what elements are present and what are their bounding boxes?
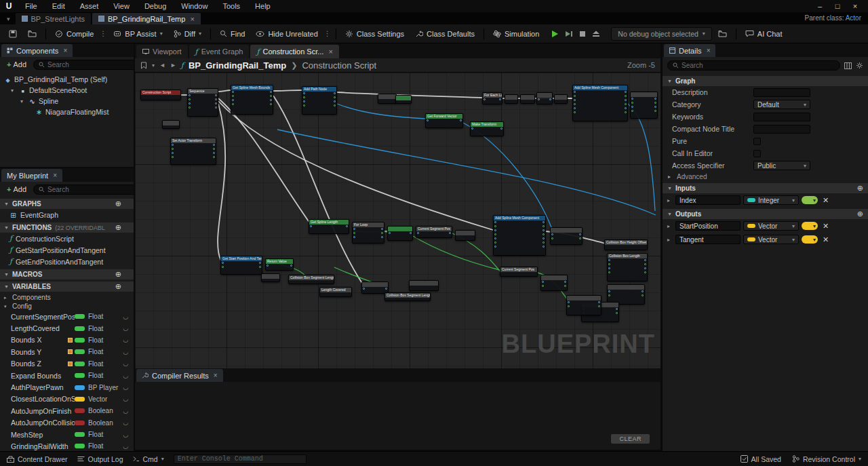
pass-by-toggle[interactable]: ▾ — [802, 222, 818, 230]
expander-icon[interactable]: ▾ — [11, 88, 16, 94]
node-pin[interactable] — [568, 301, 570, 303]
pass-by-toggle[interactable]: ▾ — [802, 196, 818, 204]
variable-row[interactable]: Bounds Y Float ◡ — [0, 346, 134, 357]
node-pin[interactable] — [259, 266, 261, 268]
revision-control-button[interactable]: Revision Control▾ — [792, 455, 861, 463]
node-pin[interactable] — [625, 107, 627, 109]
variable-visibility-icon[interactable]: ◡ — [120, 419, 128, 426]
variable-row[interactable]: Bounds X Float ◡ — [0, 334, 134, 346]
variables-section-header[interactable]: ▼ VARIABLES ⊕ — [0, 281, 134, 292]
graph-node[interactable]: Get Spline Mesh Bounds — [231, 85, 273, 115]
node-pin[interactable] — [494, 233, 496, 235]
bp-assist-button[interactable]: BP Assist▾ — [108, 27, 167, 41]
node-pin[interactable] — [353, 232, 355, 234]
menu-item[interactable]: Tools — [215, 0, 248, 12]
node-pin[interactable] — [542, 221, 545, 223]
menu-item[interactable]: Debug — [137, 0, 174, 12]
node-pin[interactable] — [494, 225, 496, 227]
node-pin[interactable] — [232, 103, 234, 105]
tab-list-chevron-icon[interactable]: ▾ — [0, 16, 16, 24]
graph-node[interactable]: Current Segment Pos — [416, 226, 452, 238]
node-pin[interactable] — [625, 99, 627, 101]
node-pin[interactable] — [616, 308, 618, 310]
node-pin[interactable] — [608, 267, 610, 269]
node-pin[interactable] — [542, 246, 545, 248]
node-pin[interactable] — [494, 221, 496, 223]
menu-item[interactable]: File — [18, 0, 45, 12]
node-pin[interactable] — [598, 301, 600, 303]
node-pin[interactable] — [334, 100, 336, 102]
graph-node[interactable]: Current Segment Pos — [500, 267, 538, 277]
component-tree-row[interactable]: ▾ NiagaraFloatingMist — [0, 106, 134, 117]
category-expander-icon[interactable]: ▾ — [4, 304, 9, 309]
graph-node[interactable]: Collision Box Height Offset — [604, 239, 648, 250]
unreal-logo-icon[interactable]: U — [0, 1, 18, 11]
node-pin[interactable] — [189, 94, 191, 96]
graph-node[interactable]: Construction Script — [140, 90, 181, 100]
add-component-button[interactable]: +Add — [3, 59, 30, 70]
node-pin[interactable] — [642, 294, 644, 296]
add-input-icon[interactable]: ⊕ — [857, 184, 863, 193]
variable-row[interactable]: MeshStep Float ◡ — [0, 429, 134, 440]
node-pin[interactable] — [334, 96, 336, 98]
close-tab-icon[interactable]: × — [328, 47, 332, 56]
close-panel-icon[interactable]: × — [707, 47, 711, 54]
add-function-icon[interactable]: ⊕ — [115, 223, 121, 232]
graph-node[interactable]: Set Actor Transform — [170, 138, 216, 165]
node-pin[interactable] — [215, 106, 217, 109]
node-pin[interactable] — [494, 246, 496, 248]
variable-visibility-icon[interactable]: ◡ — [120, 443, 128, 450]
maximize-icon[interactable]: □ — [831, 2, 844, 10]
cmd-dropdown[interactable]: Cmd▾ — [133, 455, 164, 463]
node-pin[interactable] — [608, 259, 610, 261]
node-pin[interactable] — [631, 102, 633, 104]
pin-type-dropdown[interactable]: Integer ▾ — [743, 195, 799, 205]
output-log-button[interactable]: Output Log — [77, 455, 123, 463]
graph-tab[interactable]: ƒ Event Graph × — [189, 45, 250, 58]
node-pin[interactable] — [574, 91, 576, 93]
node-pin[interactable] — [579, 233, 581, 235]
node-pin[interactable] — [654, 110, 656, 112]
menu-item[interactable]: Window — [174, 0, 215, 12]
close-tab-icon[interactable]: × — [190, 15, 194, 23]
graph-node[interactable] — [387, 226, 413, 241]
graph-node[interactable]: Collision Box Segment Length — [288, 275, 334, 284]
advanced-expander[interactable]: ▸Advanced — [663, 172, 868, 181]
node-pin[interactable] — [381, 232, 383, 234]
node-pin[interactable] — [574, 99, 576, 101]
graph-node[interactable]: Collision Box Segment Length — [384, 292, 431, 301]
close-icon[interactable]: × — [849, 2, 861, 10]
node-pin[interactable] — [270, 103, 272, 105]
node-pin[interactable] — [346, 225, 348, 227]
node-pin[interactable] — [172, 152, 174, 154]
remove-pin-icon[interactable]: ✕ — [823, 196, 829, 205]
node-pin[interactable] — [232, 91, 234, 93]
components-search[interactable] — [33, 60, 134, 70]
close-panel-icon[interactable]: × — [63, 47, 67, 54]
node-pin[interactable] — [334, 92, 336, 94]
access-specifier-dropdown[interactable]: Public▾ — [753, 161, 810, 170]
node-pin[interactable] — [574, 111, 576, 113]
node-pin[interactable] — [542, 237, 545, 239]
node-pin[interactable] — [189, 98, 191, 100]
hide-unrelated-button[interactable]: Hide Unrelated — [251, 27, 322, 41]
graph-list-item[interactable]: EventGraph — [0, 209, 134, 220]
pin-expander-icon[interactable]: ▸ — [667, 223, 673, 229]
graph-node[interactable] — [520, 94, 535, 104]
node-pin[interactable] — [381, 236, 383, 238]
node-pin[interactable] — [542, 225, 545, 227]
node-pin[interactable] — [259, 262, 261, 264]
minimize-icon[interactable]: – — [814, 2, 826, 10]
node-pin[interactable] — [608, 290, 610, 292]
outputs-section-header[interactable]: ▼Outputs ⊕ — [663, 209, 868, 219]
node-pin[interactable] — [417, 232, 419, 234]
variable-visibility-icon[interactable]: ◡ — [120, 431, 128, 438]
node-pin[interactable] — [494, 229, 496, 231]
node-pin[interactable] — [568, 305, 570, 307]
class-settings-button[interactable]: Class Settings — [340, 27, 409, 41]
graph-node[interactable]: Make Transform — [470, 121, 504, 136]
compile-options-icon[interactable]: ⋮ — [100, 30, 107, 37]
graph-node[interactable] — [550, 227, 583, 245]
variable-category-row[interactable]: ▸ Components — [0, 293, 134, 302]
hide-unrelated-options-icon[interactable]: ⋮ — [324, 30, 332, 37]
